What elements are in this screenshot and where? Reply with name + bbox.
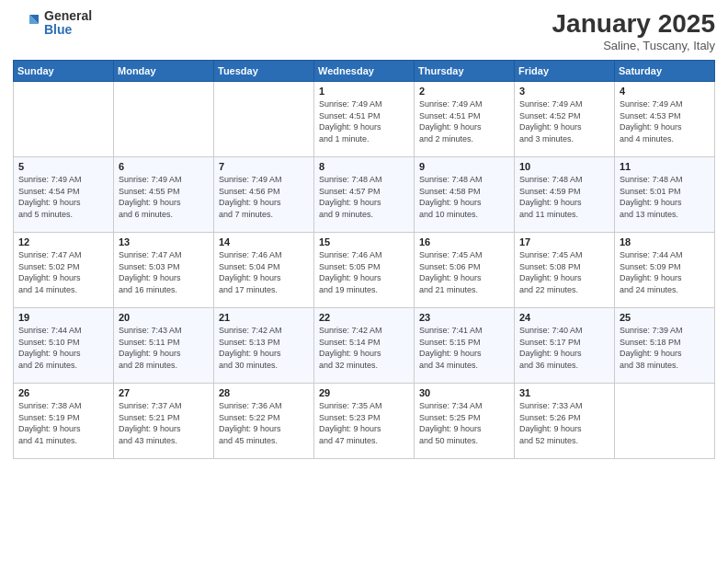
- calendar-cell: 23Sunrise: 7:41 AM Sunset: 5:15 PM Dayli…: [415, 308, 515, 384]
- calendar-cell: 13Sunrise: 7:47 AM Sunset: 5:03 PM Dayli…: [114, 233, 214, 308]
- weekday-header-monday: Monday: [114, 61, 214, 82]
- calendar-cell: 15Sunrise: 7:46 AM Sunset: 5:05 PM Dayli…: [314, 233, 415, 308]
- day-info: Sunrise: 7:46 AM Sunset: 5:04 PM Dayligh…: [219, 249, 309, 295]
- day-info: Sunrise: 7:45 AM Sunset: 5:06 PM Dayligh…: [419, 249, 509, 295]
- day-number: 28: [219, 387, 309, 398]
- day-number: 12: [18, 236, 108, 247]
- day-number: 9: [419, 161, 509, 172]
- calendar-cell: 12Sunrise: 7:47 AM Sunset: 5:02 PM Dayli…: [14, 233, 114, 308]
- calendar-cell: [214, 82, 314, 157]
- calendar-cell: 8Sunrise: 7:48 AM Sunset: 4:57 PM Daylig…: [314, 157, 415, 233]
- day-number: 14: [219, 236, 309, 247]
- day-info: Sunrise: 7:48 AM Sunset: 4:58 PM Dayligh…: [419, 174, 509, 220]
- logo-text: General Blue: [44, 9, 92, 38]
- day-info: Sunrise: 7:45 AM Sunset: 5:08 PM Dayligh…: [519, 249, 609, 295]
- calendar-body: 1Sunrise: 7:49 AM Sunset: 4:51 PM Daylig…: [14, 82, 715, 459]
- calendar-cell: 31Sunrise: 7:33 AM Sunset: 5:26 PM Dayli…: [515, 384, 615, 459]
- day-info: Sunrise: 7:47 AM Sunset: 5:02 PM Dayligh…: [18, 249, 108, 295]
- day-info: Sunrise: 7:34 AM Sunset: 5:25 PM Dayligh…: [419, 400, 509, 446]
- day-number: 18: [620, 236, 710, 247]
- calendar-cell: 14Sunrise: 7:46 AM Sunset: 5:04 PM Dayli…: [214, 233, 314, 308]
- day-number: 27: [119, 387, 209, 398]
- day-number: 1: [319, 86, 409, 97]
- weekday-header-wednesday: Wednesday: [314, 61, 415, 82]
- weekday-header-tuesday: Tuesday: [214, 61, 314, 82]
- calendar-cell: 16Sunrise: 7:45 AM Sunset: 5:06 PM Dayli…: [415, 233, 515, 308]
- day-info: Sunrise: 7:43 AM Sunset: 5:11 PM Dayligh…: [119, 325, 209, 371]
- calendar-cell: 24Sunrise: 7:40 AM Sunset: 5:17 PM Dayli…: [515, 308, 615, 384]
- calendar-cell: 10Sunrise: 7:48 AM Sunset: 4:59 PM Dayli…: [515, 157, 615, 233]
- month-title: January 2025: [552, 9, 715, 39]
- calendar-cell: 25Sunrise: 7:39 AM Sunset: 5:18 PM Dayli…: [615, 308, 715, 384]
- calendar-cell: [615, 384, 715, 459]
- day-info: Sunrise: 7:36 AM Sunset: 5:22 PM Dayligh…: [219, 400, 309, 446]
- calendar-week-4: 19Sunrise: 7:44 AM Sunset: 5:10 PM Dayli…: [14, 308, 715, 384]
- day-info: Sunrise: 7:49 AM Sunset: 4:53 PM Dayligh…: [620, 98, 710, 144]
- calendar-week-5: 26Sunrise: 7:38 AM Sunset: 5:19 PM Dayli…: [14, 384, 715, 459]
- header: General Blue January 2025 Saline, Tuscan…: [13, 9, 715, 52]
- day-number: 21: [219, 312, 309, 323]
- logo-general-label: General: [44, 9, 92, 23]
- calendar-cell: 3Sunrise: 7:49 AM Sunset: 4:52 PM Daylig…: [515, 82, 615, 157]
- day-info: Sunrise: 7:49 AM Sunset: 4:55 PM Dayligh…: [119, 174, 209, 220]
- day-info: Sunrise: 7:49 AM Sunset: 4:51 PM Dayligh…: [319, 98, 409, 144]
- day-info: Sunrise: 7:48 AM Sunset: 4:57 PM Dayligh…: [319, 174, 409, 220]
- day-info: Sunrise: 7:49 AM Sunset: 4:56 PM Dayligh…: [219, 174, 309, 220]
- day-info: Sunrise: 7:48 AM Sunset: 5:01 PM Dayligh…: [620, 174, 710, 220]
- calendar-cell: 28Sunrise: 7:36 AM Sunset: 5:22 PM Dayli…: [214, 384, 314, 459]
- day-info: Sunrise: 7:42 AM Sunset: 5:14 PM Dayligh…: [319, 325, 409, 371]
- day-number: 3: [519, 86, 609, 97]
- day-info: Sunrise: 7:49 AM Sunset: 4:52 PM Dayligh…: [519, 98, 609, 144]
- day-number: 26: [18, 387, 108, 398]
- day-info: Sunrise: 7:39 AM Sunset: 5:18 PM Dayligh…: [620, 325, 710, 371]
- weekday-header-sunday: Sunday: [14, 61, 114, 82]
- day-info: Sunrise: 7:37 AM Sunset: 5:21 PM Dayligh…: [119, 400, 209, 446]
- day-number: 7: [219, 161, 309, 172]
- calendar-cell: 9Sunrise: 7:48 AM Sunset: 4:58 PM Daylig…: [415, 157, 515, 233]
- day-number: 11: [620, 161, 710, 172]
- calendar-cell: 7Sunrise: 7:49 AM Sunset: 4:56 PM Daylig…: [214, 157, 314, 233]
- calendar-cell: 19Sunrise: 7:44 AM Sunset: 5:10 PM Dayli…: [14, 308, 114, 384]
- calendar-cell: [14, 82, 114, 157]
- day-number: 23: [419, 312, 509, 323]
- day-number: 25: [620, 312, 710, 323]
- day-number: 8: [319, 161, 409, 172]
- calendar-cell: 6Sunrise: 7:49 AM Sunset: 4:55 PM Daylig…: [114, 157, 214, 233]
- day-number: 13: [119, 236, 209, 247]
- calendar-cell: 5Sunrise: 7:49 AM Sunset: 4:54 PM Daylig…: [14, 157, 114, 233]
- page: General Blue January 2025 Saline, Tuscan…: [0, 0, 728, 563]
- calendar: SundayMondayTuesdayWednesdayThursdayFrid…: [13, 60, 715, 459]
- day-number: 5: [18, 161, 108, 172]
- day-number: 16: [419, 236, 509, 247]
- day-info: Sunrise: 7:40 AM Sunset: 5:17 PM Dayligh…: [519, 325, 609, 371]
- day-number: 6: [119, 161, 209, 172]
- calendar-cell: 29Sunrise: 7:35 AM Sunset: 5:23 PM Dayli…: [314, 384, 415, 459]
- calendar-cell: 27Sunrise: 7:37 AM Sunset: 5:21 PM Dayli…: [114, 384, 214, 459]
- day-info: Sunrise: 7:49 AM Sunset: 4:51 PM Dayligh…: [419, 98, 509, 144]
- logo-blue-label: Blue: [44, 23, 92, 37]
- calendar-cell: 21Sunrise: 7:42 AM Sunset: 5:13 PM Dayli…: [214, 308, 314, 384]
- calendar-week-3: 12Sunrise: 7:47 AM Sunset: 5:02 PM Dayli…: [14, 233, 715, 308]
- weekday-header-saturday: Saturday: [615, 61, 715, 82]
- day-number: 2: [419, 86, 509, 97]
- calendar-week-2: 5Sunrise: 7:49 AM Sunset: 4:54 PM Daylig…: [14, 157, 715, 233]
- logo-icon: [13, 9, 40, 37]
- day-number: 10: [519, 161, 609, 172]
- calendar-cell: 26Sunrise: 7:38 AM Sunset: 5:19 PM Dayli…: [14, 384, 114, 459]
- day-number: 17: [519, 236, 609, 247]
- calendar-cell: 22Sunrise: 7:42 AM Sunset: 5:14 PM Dayli…: [314, 308, 415, 384]
- day-number: 20: [119, 312, 209, 323]
- location: Saline, Tuscany, Italy: [552, 39, 715, 52]
- day-info: Sunrise: 7:42 AM Sunset: 5:13 PM Dayligh…: [219, 325, 309, 371]
- day-info: Sunrise: 7:48 AM Sunset: 4:59 PM Dayligh…: [519, 174, 609, 220]
- calendar-cell: 30Sunrise: 7:34 AM Sunset: 5:25 PM Dayli…: [415, 384, 515, 459]
- weekday-header-thursday: Thursday: [415, 61, 515, 82]
- calendar-cell: 17Sunrise: 7:45 AM Sunset: 5:08 PM Dayli…: [515, 233, 615, 308]
- day-number: 29: [319, 387, 409, 398]
- day-info: Sunrise: 7:44 AM Sunset: 5:10 PM Dayligh…: [18, 325, 108, 371]
- day-number: 4: [620, 86, 710, 97]
- day-number: 30: [419, 387, 509, 398]
- calendar-cell: 20Sunrise: 7:43 AM Sunset: 5:11 PM Dayli…: [114, 308, 214, 384]
- calendar-cell: 18Sunrise: 7:44 AM Sunset: 5:09 PM Dayli…: [615, 233, 715, 308]
- calendar-cell: [114, 82, 214, 157]
